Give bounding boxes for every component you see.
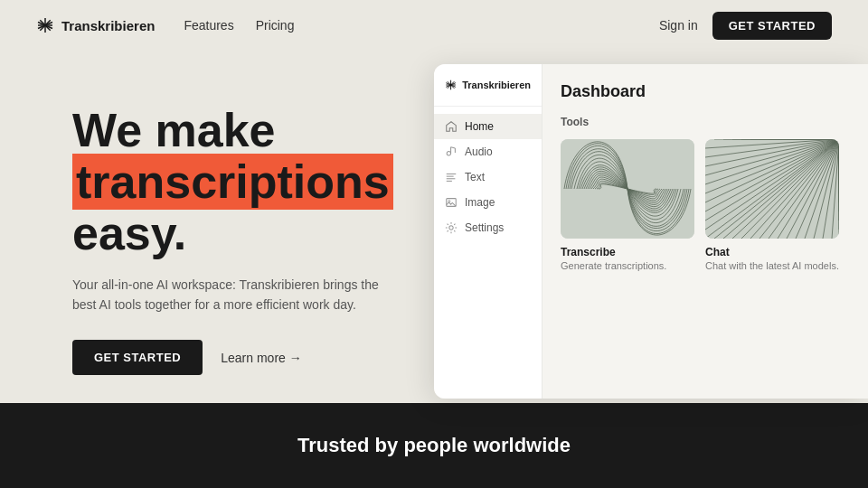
hero-title-highlight: transcriptions [72,154,393,210]
dashboard-main: Dashboard Tools [542,64,868,399]
dash-nav-text-label: Text [465,171,485,183]
home-icon [445,120,458,133]
dash-logo-icon [445,79,457,91]
image-icon [445,196,458,209]
dash-nav-text[interactable]: Text [434,164,542,190]
dash-nav-audio[interactable]: Audio [434,139,542,164]
dash-nav-image-label: Image [465,196,495,209]
tool-desc-transcribe: Generate transcriptions. [561,260,694,271]
dashboard-sidebar: Transkribieren Home Audio [434,64,542,399]
dash-nav-audio-label: Audio [465,145,493,158]
svg-point-12 [447,152,450,155]
navbar-right: Sign in GET STARTED [659,12,832,40]
dash-nav-image[interactable]: Image [434,190,542,215]
tool-card-chat[interactable]: Chat Chat with the latest AI models. [705,139,839,271]
hero-text: We make transcriptions easy. Your all-in… [72,87,452,375]
navbar-left: Transkribieren Features Pricing [36,16,294,34]
dash-nav-settings[interactable]: Settings [434,215,542,240]
dashboard-section-label: Tools [561,116,850,128]
get-started-nav-button[interactable]: GET STARTED [712,12,832,40]
bottom-banner: Trusted by people worldwide [0,403,868,488]
lines-art [705,139,839,239]
logo[interactable]: Transkribieren [36,16,155,34]
tool-desc-chat: Chat with the latest AI models. [705,260,839,271]
dashboard-tools-grid: Transcribe Generate transcriptions. [561,139,850,271]
hero-actions: GET STARTED Learn more → [72,340,452,375]
dashboard-preview: Transkribieren Home Audio [434,64,868,399]
learn-more-button[interactable]: Learn more → [221,351,301,365]
logo-icon [36,16,54,34]
nav-features[interactable]: Features [184,18,233,33]
bottom-banner-text: Trusted by people worldwide [297,434,571,457]
brand-name: Transkribieren [61,18,155,33]
tool-image-chat [705,139,839,239]
sign-in-link[interactable]: Sign in [659,18,698,33]
audio-icon [445,145,458,158]
get-started-hero-button[interactable]: GET STARTED [72,340,203,375]
hero-title: We make transcriptions easy. [72,105,452,260]
nav-links: Features Pricing [184,18,294,33]
dash-nav-home-label: Home [465,120,494,133]
tool-image-transcribe [561,139,694,239]
settings-icon [445,221,458,234]
tool-card-transcribe[interactable]: Transcribe Generate transcriptions. [561,139,694,271]
dash-nav-settings-label: Settings [465,221,504,234]
wave-art [561,139,694,239]
navbar: Transkribieren Features Pricing Sign in … [0,0,868,51]
dash-brand-name: Transkribieren [462,80,531,90]
tool-name-transcribe: Transcribe [561,246,694,258]
hero-title-line1: We make [72,104,276,156]
hero-section: We make transcriptions easy. Your all-in… [0,51,868,403]
dash-nav-home[interactable]: Home [434,114,542,139]
svg-point-22 [449,226,453,230]
nav-pricing[interactable]: Pricing [256,18,295,33]
tool-name-chat: Chat [705,246,839,258]
svg-line-14 [451,147,456,148]
hero-subtitle: Your all-in-one AI workspace: Transkribi… [72,275,380,315]
hero-title-line2: easy. [72,207,186,259]
svg-point-21 [448,201,450,202]
dash-logo: Transkribieren [434,79,542,107]
text-icon [445,171,458,183]
dashboard-title: Dashboard [561,82,850,101]
